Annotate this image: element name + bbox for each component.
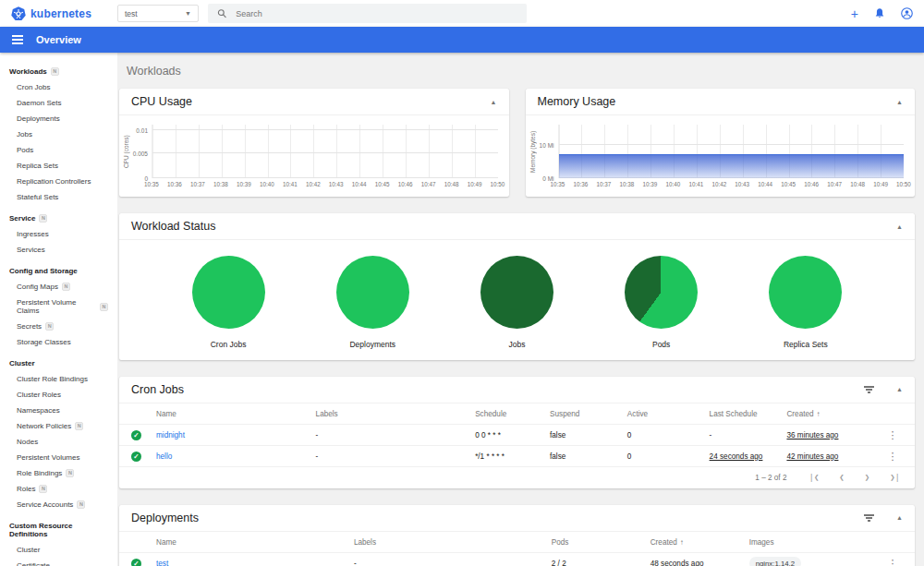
sidebar-item-service-accounts[interactable]: Service AccountsN — [0, 497, 117, 512]
vertical-gridline — [359, 125, 360, 178]
sidebar-item-replication-controllers[interactable]: Replication Controllers — [0, 174, 117, 189]
sidebar-nav: WorkloadsNCron JobsDaemon SetsDeployment… — [0, 53, 117, 566]
sidebar-item-daemon-sets[interactable]: Daemon Sets — [0, 95, 117, 111]
next-page-icon[interactable]: ❯ — [865, 473, 869, 482]
account-icon[interactable] — [901, 7, 913, 19]
column-header-pods[interactable]: Pods — [552, 538, 650, 547]
collapse-caret-icon[interactable]: ▲ — [491, 99, 497, 105]
column-header-suspend[interactable]: Suspend — [550, 410, 627, 418]
y-tick-label: 0.01 — [136, 126, 148, 133]
last-page-icon[interactable]: ❯| — [890, 473, 900, 482]
cell-created: 36 minutes ago — [786, 431, 882, 440]
sort-ascending-icon: ↑ — [680, 538, 684, 547]
workload-status-pies: Cron JobsDeploymentsJobsPodsReplica Sets — [119, 240, 915, 360]
sidebar-item-storage-classes[interactable]: Storage Classes — [0, 334, 117, 350]
sidebar-item-services[interactable]: Services — [0, 242, 117, 258]
sidebar-item-deployments[interactable]: Deployments — [0, 111, 117, 126]
create-resource-button[interactable]: + — [851, 7, 858, 20]
sidebar-item-role-bindings[interactable]: Role BindingsN — [0, 465, 117, 481]
namespaced-badge: N — [39, 214, 47, 223]
filter-icon[interactable] — [862, 384, 876, 395]
sidebar-item-nodes[interactable]: Nodes — [0, 434, 117, 450]
horizontal-gridline — [559, 144, 905, 145]
pagination-range-label: 1 – 2 of 2 — [755, 474, 786, 482]
pie-chart-pods — [625, 256, 698, 329]
namespaced-badge: N — [66, 469, 74, 477]
vertical-gridline — [383, 125, 383, 178]
vertical-gridline — [313, 125, 314, 178]
cpu-usage-card: CPU Usage ▲ CPU (cores)00.0050.0110:3510… — [119, 89, 509, 197]
column-header-name[interactable]: Name — [156, 410, 316, 418]
main-content: Workloads CPU Usage ▲ CPU (cores)00.0050… — [117, 53, 924, 566]
sidebar-item-jobs[interactable]: Jobs — [0, 126, 117, 142]
column-header-schedule[interactable]: Schedule — [475, 410, 550, 418]
kubernetes-wheel-icon — [11, 6, 26, 21]
collapse-caret-icon[interactable]: ▲ — [896, 223, 903, 230]
horizontal-gridline — [152, 177, 498, 178]
sidebar-item-secrets[interactable]: SecretsN — [0, 319, 117, 334]
sidebar-item-certificate[interactable]: Certificate — [0, 558, 117, 566]
x-tick-label: 10:49 — [468, 181, 482, 187]
vertical-gridline — [429, 125, 430, 178]
sidebar-item-pods[interactable]: Pods — [0, 142, 117, 158]
sidebar-item-config-maps[interactable]: Config MapsN — [0, 279, 117, 295]
sidebar-item-ingresses[interactable]: Ingresses — [0, 226, 117, 242]
menu-hamburger-icon[interactable] — [12, 35, 23, 44]
page-title: Workloads — [119, 53, 915, 89]
sidebar-item-replica-sets[interactable]: Replica Sets — [0, 158, 117, 174]
column-header-created[interactable]: Created↑ — [786, 410, 882, 418]
cell-labels: - — [316, 452, 476, 461]
namespaced-badge: N — [75, 422, 83, 430]
x-tick-label: 10:50 — [896, 181, 911, 187]
pie-label: Replica Sets — [784, 340, 828, 349]
collapse-caret-icon[interactable]: ▲ — [896, 514, 903, 521]
kubernetes-logo[interactable]: kubernetes — [11, 6, 117, 21]
pie-label: Cron Jobs — [211, 340, 247, 349]
column-header-name[interactable]: Name — [156, 538, 354, 547]
row-actions-menu-icon[interactable]: ⋮ — [882, 429, 903, 441]
sidebar-section-config-and-storage: Config and Storage — [0, 262, 117, 279]
notifications-bell-icon[interactable] — [874, 7, 885, 19]
column-header-labels[interactable]: Labels — [316, 410, 476, 418]
filter-icon[interactable] — [862, 512, 876, 524]
deployment-name-link[interactable]: test — [156, 560, 354, 566]
sidebar-item-cluster[interactable]: Cluster — [0, 542, 117, 558]
sidebar-item-cluster-roles[interactable]: Cluster Roles — [0, 387, 117, 403]
sidebar-item-roles[interactable]: RolesN — [0, 481, 117, 497]
previous-page-icon[interactable]: ❮ — [839, 473, 844, 482]
sidebar-item-cluster-role-bindings[interactable]: Cluster Role Bindings — [0, 371, 117, 387]
row-actions-menu-icon[interactable]: ⋮ — [882, 558, 903, 566]
vertical-gridline — [268, 125, 269, 178]
column-header-created[interactable]: Created↑ — [650, 538, 749, 547]
sidebar-item-stateful-sets[interactable]: Stateful Sets — [0, 189, 117, 205]
collapse-caret-icon[interactable]: ▲ — [896, 99, 903, 105]
column-header-labels[interactable]: Labels — [354, 538, 552, 547]
search-bar[interactable] — [208, 4, 527, 23]
collapse-caret-icon[interactable]: ▲ — [896, 386, 903, 392]
sidebar-item-namespaces[interactable]: Namespaces — [0, 403, 117, 418]
row-actions-menu-icon[interactable]: ⋮ — [882, 451, 903, 463]
deployments-card-title: Deployments — [131, 512, 199, 524]
x-tick-label: 10:35 — [551, 181, 565, 187]
search-input[interactable] — [236, 9, 517, 18]
cronjob-name-link[interactable]: midnight — [156, 431, 316, 440]
vertical-gridline — [245, 125, 246, 178]
cronjob-name-link[interactable]: hello — [156, 452, 316, 461]
column-header-last-schedule[interactable]: Last Schedule — [710, 410, 787, 418]
cell-suspend: false — [550, 452, 627, 461]
sidebar-item-cron-jobs[interactable]: Cron Jobs — [0, 79, 117, 95]
sidebar-item-label: Cluster — [17, 546, 40, 554]
namespace-selector[interactable]: test ▼ — [117, 5, 199, 22]
column-header-images[interactable]: Images — [749, 538, 882, 547]
cell-last-schedule: - — [710, 431, 787, 440]
sidebar-item-label: Deployments — [17, 114, 60, 123]
column-header-active[interactable]: Active — [627, 410, 710, 418]
pie-chart-jobs — [480, 256, 553, 329]
sidebar-item-network-policies[interactable]: Network PoliciesN — [0, 418, 117, 434]
cron-jobs-table: NameLabelsScheduleSuspendActiveLast Sche… — [119, 403, 915, 467]
first-page-icon[interactable]: |❮ — [808, 473, 819, 482]
sidebar-item-persistent-volumes[interactable]: Persistent Volumes — [0, 450, 117, 465]
cell-images: nginx:1.14.2 — [749, 557, 882, 566]
sidebar-item-label: Ingresses — [17, 230, 49, 238]
sidebar-item-persistent-volume-claims[interactable]: Persistent Volume ClaimsN — [0, 295, 117, 319]
